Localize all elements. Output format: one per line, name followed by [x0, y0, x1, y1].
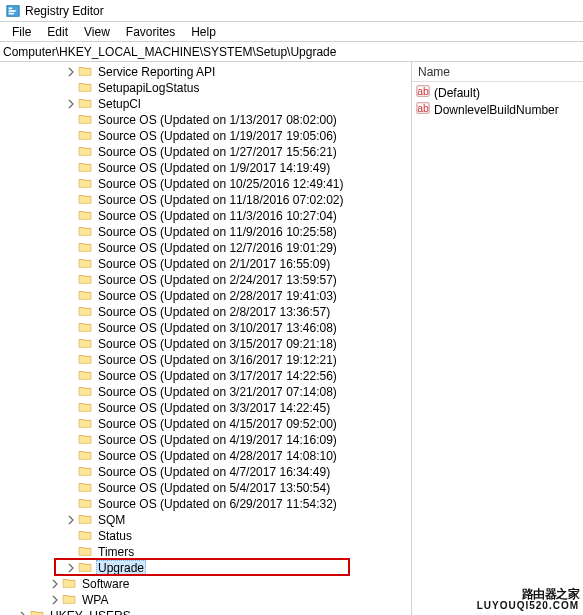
tree-node-label: Source OS (Updated on 3/3/2017 14:22:45)	[96, 401, 332, 415]
tree-node[interactable]: SetupCl	[0, 96, 411, 112]
folder-icon	[78, 305, 96, 320]
folder-icon	[78, 497, 96, 512]
folder-icon	[78, 481, 96, 496]
tree-node-label: Source OS (Updated on 11/18/2016 07:02:0…	[96, 193, 346, 207]
tree-node[interactable]: Source OS (Updated on 4/15/2017 09:52:00…	[0, 416, 411, 432]
folder-icon	[78, 529, 96, 544]
tree-node[interactable]: Source OS (Updated on 3/10/2017 13:46:08…	[0, 320, 411, 336]
tree-node[interactable]: Source OS (Updated on 3/21/2017 07:14:08…	[0, 384, 411, 400]
tree-node-label: Source OS (Updated on 11/3/2016 10:27:04…	[96, 209, 339, 223]
tree-node[interactable]: Source OS (Updated on 2/24/2017 13:59:57…	[0, 272, 411, 288]
chevron-right-icon[interactable]	[48, 593, 62, 607]
expander-placeholder	[64, 145, 78, 159]
expander-placeholder	[64, 209, 78, 223]
chevron-right-icon[interactable]	[64, 97, 78, 111]
chevron-right-icon[interactable]	[64, 65, 78, 79]
svg-rect-1	[9, 7, 13, 9]
tree-node[interactable]: Source OS (Updated on 11/3/2016 10:27:04…	[0, 208, 411, 224]
tree-node-label: SetupCl	[96, 97, 143, 111]
expander-placeholder	[64, 417, 78, 431]
tree-node[interactable]: Source OS (Updated on 3/3/2017 14:22:45)	[0, 400, 411, 416]
tree-node-label: SetupapiLogStatus	[96, 81, 201, 95]
expander-placeholder	[64, 161, 78, 175]
chevron-right-icon[interactable]	[64, 561, 78, 575]
menu-help[interactable]: Help	[183, 23, 224, 41]
tree-node[interactable]: Upgrade	[0, 560, 411, 576]
tree-node[interactable]: Source OS (Updated on 12/7/2016 19:01:29…	[0, 240, 411, 256]
chevron-right-icon[interactable]	[64, 513, 78, 527]
address-bar[interactable]: Computer\HKEY_LOCAL_MACHINE\SYSTEM\Setup…	[0, 42, 583, 62]
tree-node-label: Source OS (Updated on 5/4/2017 13:50:54)	[96, 481, 332, 495]
tree-node[interactable]: Source OS (Updated on 2/1/2017 16:55:09)	[0, 256, 411, 272]
tree-node[interactable]: Software	[0, 576, 411, 592]
chevron-right-icon[interactable]	[16, 609, 30, 615]
tree-node-label: Source OS (Updated on 2/28/2017 19:41:03…	[96, 289, 339, 303]
value-row[interactable]: ab(Default)	[412, 84, 583, 101]
expander-placeholder	[64, 449, 78, 463]
tree-node[interactable]: Source OS (Updated on 11/9/2016 10:25:58…	[0, 224, 411, 240]
value-row[interactable]: abDownlevelBuildNumber	[412, 101, 583, 118]
tree-node[interactable]: Source OS (Updated on 4/7/2017 16:34:49)	[0, 464, 411, 480]
tree-node[interactable]: Source OS (Updated on 6/29/2017 11:54:32…	[0, 496, 411, 512]
expander-placeholder	[64, 433, 78, 447]
tree-node[interactable]: Source OS (Updated on 2/8/2017 13:36:57)	[0, 304, 411, 320]
tree-node[interactable]: SQM	[0, 512, 411, 528]
folder-icon	[78, 273, 96, 288]
value-list-panel[interactable]: Name ab(Default)abDownlevelBuildNumber	[412, 62, 583, 615]
tree-node[interactable]: Source OS (Updated on 1/27/2017 15:56:21…	[0, 144, 411, 160]
tree-node-label: Source OS (Updated on 3/17/2017 14:22:56…	[96, 369, 339, 383]
tree-node[interactable]: Source OS (Updated on 3/17/2017 14:22:56…	[0, 368, 411, 384]
tree-node-label: Source OS (Updated on 2/1/2017 16:55:09)	[96, 257, 332, 271]
tree-node[interactable]: WPA	[0, 592, 411, 608]
tree-node[interactable]: Source OS (Updated on 2/28/2017 19:41:03…	[0, 288, 411, 304]
tree-node[interactable]: Source OS (Updated on 1/9/2017 14:19:49)	[0, 160, 411, 176]
folder-icon	[78, 177, 96, 192]
svg-text:ab: ab	[417, 102, 429, 114]
tree-node[interactable]: Source OS (Updated on 5/4/2017 13:50:54)	[0, 480, 411, 496]
expander-placeholder	[64, 241, 78, 255]
expander-placeholder	[64, 353, 78, 367]
menu-edit[interactable]: Edit	[39, 23, 76, 41]
tree-node-label: Source OS (Updated on 2/8/2017 13:36:57)	[96, 305, 332, 319]
menu-file[interactable]: File	[4, 23, 39, 41]
tree-node[interactable]: Status	[0, 528, 411, 544]
tree-node-label: Source OS (Updated on 3/21/2017 07:14:08…	[96, 385, 339, 399]
tree-node[interactable]: HKEY_USERS	[0, 608, 411, 615]
tree-node-label: Upgrade	[96, 560, 146, 576]
tree-node-label: Source OS (Updated on 10/25/2016 12:49:4…	[96, 177, 346, 191]
folder-icon	[78, 401, 96, 416]
tree-node-label: Source OS (Updated on 6/29/2017 11:54:32…	[96, 497, 339, 511]
column-header-name[interactable]: Name	[412, 62, 583, 82]
chevron-right-icon[interactable]	[48, 577, 62, 591]
tree-node[interactable]: Source OS (Updated on 1/13/2017 08:02:00…	[0, 112, 411, 128]
value-name: DownlevelBuildNumber	[434, 103, 559, 117]
tree-node[interactable]: Source OS (Updated on 3/15/2017 09:21:18…	[0, 336, 411, 352]
string-value-icon: ab	[416, 101, 434, 118]
tree-node-label: Source OS (Updated on 3/16/2017 19:12:21…	[96, 353, 339, 367]
tree-node[interactable]: SetupapiLogStatus	[0, 80, 411, 96]
tree-node[interactable]: Source OS (Updated on 1/19/2017 19:05:06…	[0, 128, 411, 144]
tree-node[interactable]: Source OS (Updated on 4/19/2017 14:16:09…	[0, 432, 411, 448]
watermark: 路由器之家 LUYOUQI520.COM	[477, 588, 579, 611]
folder-icon	[62, 577, 80, 592]
tree-node[interactable]: Source OS (Updated on 4/28/2017 14:08:10…	[0, 448, 411, 464]
tree-node[interactable]: Source OS (Updated on 3/16/2017 19:12:21…	[0, 352, 411, 368]
tree-node-label: HKEY_USERS	[48, 609, 133, 615]
tree-node-label: Source OS (Updated on 4/7/2017 16:34:49)	[96, 465, 332, 479]
folder-icon	[78, 513, 96, 528]
tree-node[interactable]: Service Reporting API	[0, 64, 411, 80]
menu-favorites[interactable]: Favorites	[118, 23, 183, 41]
folder-icon	[78, 385, 96, 400]
tree-node[interactable]: Source OS (Updated on 11/18/2016 07:02:0…	[0, 192, 411, 208]
folder-icon	[78, 209, 96, 224]
folder-icon	[78, 97, 96, 112]
tree-node-label: Source OS (Updated on 2/24/2017 13:59:57…	[96, 273, 339, 287]
folder-icon	[78, 449, 96, 464]
menu-view[interactable]: View	[76, 23, 118, 41]
tree-panel[interactable]: Service Reporting APISetupapiLogStatusSe…	[0, 62, 412, 615]
tree-node-label: Source OS (Updated on 4/28/2017 14:08:10…	[96, 449, 339, 463]
tree-node[interactable]: Source OS (Updated on 10/25/2016 12:49:4…	[0, 176, 411, 192]
expander-placeholder	[64, 321, 78, 335]
tree-node[interactable]: Timers	[0, 544, 411, 560]
folder-icon	[78, 129, 96, 144]
